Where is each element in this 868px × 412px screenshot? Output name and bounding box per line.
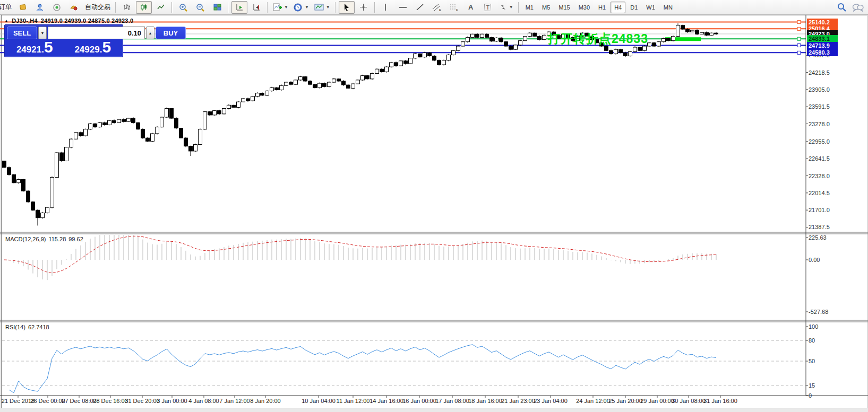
bar-chart-button[interactable] — [119, 1, 135, 14]
x-axis-label: 10 Jan 04:00 — [302, 398, 336, 404]
period-button-W1[interactable]: W1 — [642, 2, 659, 13]
x-axis-label: 7 Jan 12:00 — [219, 398, 250, 404]
timeframe-button-group: M1M5M15M30H1H4D1W1MN — [521, 2, 677, 13]
chart-annotation-text[interactable]: 打开转折点24833 — [548, 31, 648, 47]
rsi-axis-label: 80 — [809, 337, 815, 344]
sell-price-pips: 5 — [44, 39, 53, 55]
price-axis-tick-label: 22641.5 — [809, 155, 830, 162]
text-tool-button[interactable]: A — [463, 1, 479, 14]
search-icon[interactable] — [837, 3, 847, 12]
svg-text:F: F — [456, 8, 458, 12]
main-toolbar: 订单 自动交易 ▼ ▼ — [0, 0, 868, 15]
crosshair-tool-button[interactable] — [356, 1, 372, 14]
x-axis-label: 31 Jan 16:00 — [703, 398, 737, 404]
x-axis-label: 8 Jan 20:00 — [250, 398, 281, 404]
zoom-in-button[interactable] — [175, 1, 191, 14]
period-button-M5[interactable]: M5 — [538, 2, 554, 13]
cursor-tool-button[interactable] — [339, 1, 355, 14]
horizontal-line-tool-button[interactable] — [395, 1, 411, 14]
volume-input[interactable] — [48, 27, 145, 39]
line-chart-icon — [157, 3, 165, 11]
periods-button[interactable]: ▼ — [291, 1, 311, 14]
rsi-name: RSI(14) — [5, 324, 25, 330]
chart-ohlc-values: 24919.0 24939.0 24875.0 24923.0 — [41, 17, 133, 24]
rsi-value: 62.7418 — [28, 324, 49, 330]
dropdown-caret-icon: ▼ — [305, 5, 309, 10]
x-axis-label: 27 Dec 08:00 — [62, 398, 96, 404]
period-button-M15[interactable]: M15 — [555, 2, 573, 13]
price-axis-tick-label: 21387.5 — [809, 224, 830, 230]
candlestick-chart-button[interactable] — [136, 1, 152, 14]
macd-indicator-label: MACD(12,26,9) 115.28 99.62 — [5, 236, 83, 242]
macd-signal-value: 99.62 — [68, 236, 83, 242]
horizontal-line-icon — [399, 3, 407, 11]
chart-shift-icon — [252, 3, 261, 11]
x-axis-label: 16 Jan 00:00 — [402, 398, 436, 404]
autotrading-button[interactable]: 自动交易 — [83, 1, 113, 14]
sell-button[interactable]: SELL — [7, 27, 37, 39]
dropdown-caret-icon: ▼ — [509, 5, 513, 10]
autotrading-label: 自动交易 — [85, 3, 110, 12]
period-button-H4[interactable]: H4 — [611, 2, 625, 13]
user-icon — [36, 3, 45, 11]
period-button-MN[interactable]: MN — [660, 2, 676, 13]
auto-scroll-button[interactable] — [231, 1, 247, 14]
chart-window[interactable] — [1, 15, 867, 408]
market-button[interactable] — [66, 1, 82, 14]
price-axis-tick-label: 24218.5 — [809, 69, 830, 76]
x-axis-label: 23 Jan 04:00 — [534, 398, 568, 404]
x-axis-label: 11 Jan 12:00 — [337, 398, 370, 404]
fibonacci-tool-button[interactable]: F — [446, 1, 462, 14]
zoom-out-button[interactable] — [192, 1, 208, 14]
svg-text:E: E — [439, 8, 441, 12]
templates-button[interactable]: ▼ — [312, 1, 332, 14]
sell-price[interactable]: 24921.5 — [7, 41, 63, 55]
chat-icon[interactable] — [852, 3, 864, 12]
signals-button[interactable] — [49, 1, 65, 14]
period-button-M1[interactable]: M1 — [522, 2, 537, 13]
market-watch-button[interactable] — [15, 1, 31, 14]
toolbar-right-group — [837, 3, 864, 12]
zoom-out-icon — [196, 3, 205, 12]
new-order-button[interactable]: 订单 — [0, 1, 14, 14]
x-axis-label: 30 Jan 08:00 — [672, 398, 706, 404]
buy-button[interactable]: BUY — [156, 27, 186, 39]
accounts-button[interactable] — [32, 1, 48, 14]
toolbar-separator — [374, 2, 375, 13]
arrows-tool-button[interactable]: ▼ — [497, 1, 515, 14]
price-axis-tick-label: 22014.5 — [809, 190, 830, 196]
period-button-M30[interactable]: M30 — [575, 2, 594, 13]
x-axis-label: 21 Dec 2018 — [2, 398, 35, 404]
x-axis-label: 14 Jan 16:00 — [369, 398, 403, 404]
vertical-line-tool-button[interactable] — [378, 1, 394, 14]
fibonacci-icon: F — [449, 3, 459, 12]
zoom-in-icon — [179, 3, 188, 12]
rsi-axis-label: 50 — [809, 358, 815, 364]
rsi-indicator-label: RSI(14) 62.7418 — [5, 324, 49, 330]
broadcast-icon — [53, 3, 62, 11]
tile-windows-button[interactable] — [209, 1, 225, 14]
x-axis-label: 17 Jan 08:00 — [435, 398, 469, 404]
chart-shift-button[interactable] — [248, 1, 264, 14]
toolbar-separator — [228, 2, 229, 13]
tile-windows-icon — [213, 3, 222, 11]
buy-price[interactable]: 24929.5 — [65, 41, 121, 55]
line-chart-button[interactable] — [153, 1, 169, 14]
buy-price-main: 24929. — [74, 45, 102, 55]
label-tool-button[interactable]: T — [480, 1, 496, 14]
indicators-button[interactable]: ▼ — [271, 1, 290, 14]
text-tool-icon: A — [468, 3, 473, 11]
period-button-H1[interactable]: H1 — [595, 2, 609, 13]
macd-axis-label: -527.68 — [809, 309, 828, 315]
chart-title: ▲ DJ30-,H4 24919.0 24939.0 24875.0 24923… — [4, 17, 133, 24]
channel-tool-button[interactable]: E — [429, 1, 445, 14]
trendline-tool-button[interactable] — [412, 1, 428, 14]
price-axis-tick-label: 23905.0 — [809, 86, 830, 93]
price-axis-tick-label: 22328.0 — [809, 173, 830, 179]
one-click-trade-panel: SELL ▼ ▲ BUY 24921.5 24929.5 — [4, 24, 123, 57]
macd-name: MACD(12,26,9) — [5, 236, 46, 242]
volume-decrease-button[interactable]: ▼ — [38, 27, 47, 39]
volume-increase-button[interactable]: ▲ — [146, 27, 154, 39]
equidistant-channel-icon: E — [432, 3, 442, 12]
period-button-D1[interactable]: D1 — [626, 2, 641, 13]
